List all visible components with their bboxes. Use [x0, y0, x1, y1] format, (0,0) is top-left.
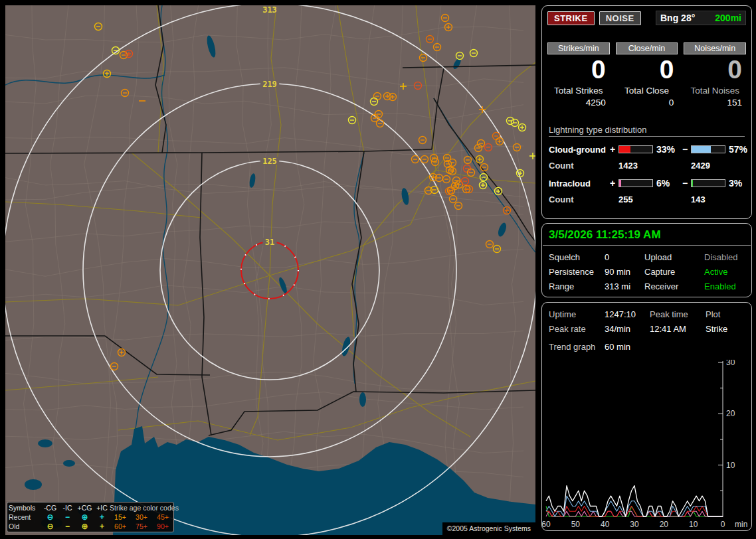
strikes-column: Strikes/min 0 Total Strikes 4250 — [547, 42, 610, 108]
capture-label: Capture — [644, 267, 704, 277]
peak-time-value: 12:41 AM — [650, 324, 706, 334]
age-60: 60+ — [110, 522, 131, 531]
strikes-per-min-value: 0 — [547, 56, 610, 84]
legend-col-cg-pos: +CG — [75, 504, 94, 512]
lightning-map[interactable]: 31321912531 Symbols -CG -IC +CG +IC Stri… — [5, 5, 535, 535]
x-tick-label: 40 — [601, 520, 610, 529]
cg-pos-percent: 33% — [653, 144, 682, 155]
cg-neg-recent-icon: ⊖ — [41, 513, 60, 522]
ic-pos-percent: 6% — [653, 178, 682, 189]
total-close-label: Total Close — [616, 86, 678, 96]
cg-neg-percent: 57% — [725, 144, 752, 155]
y-tick-label: 10 — [726, 461, 735, 470]
peak-rate-label: Peak rate — [549, 324, 605, 334]
receiver-label: Receiver — [644, 281, 704, 291]
strikes-per-min-button[interactable]: Strikes/min — [547, 42, 610, 54]
x-tick-label: 20 — [660, 520, 669, 529]
x-tick-label: 60 — [542, 520, 551, 529]
range-setting-value: 313 mi — [605, 281, 644, 291]
datetime-display: 3/5/2026 11:25:19 AM — [542, 224, 751, 245]
legend-col-ic-neg: -IC — [60, 504, 75, 512]
bearing-value: Bng 28° — [660, 13, 695, 23]
bearing-range-display[interactable]: Bng 28° 200mi — [656, 11, 746, 25]
cg-neg-count: 2429 — [691, 161, 755, 171]
ic-pos-count: 255 — [618, 194, 682, 204]
cg-neg-bar — [691, 145, 725, 153]
plot-value: Strike — [706, 324, 747, 334]
trend-series-CG- — [546, 496, 723, 516]
ring-label-31: 31 — [265, 238, 274, 247]
upload-label: Upload — [644, 252, 704, 262]
trend-panel: Uptime 1247:10 Peak time Plot Peak rate … — [541, 302, 752, 531]
trend-graph: 1020306050403020100min — [542, 360, 753, 531]
upload-status: Disabled — [704, 252, 748, 262]
range-readout: 200mi — [715, 13, 741, 23]
age-75: 75+ — [131, 522, 152, 531]
ring-label-125: 125 — [262, 157, 277, 166]
cg-plus-sign: + — [610, 144, 618, 155]
age-30: 30+ — [131, 513, 152, 522]
cg-pos-recent-icon: ⊕ — [75, 513, 94, 522]
cg-minus-sign: − — [682, 144, 691, 155]
ic-pos-old-icon: + — [94, 522, 110, 531]
squelch-label: Squelch — [549, 252, 605, 262]
ic-neg-percent: 3% — [725, 178, 752, 189]
cg-pos-old-icon: ⊕ — [75, 522, 94, 531]
ic-neg-bar — [691, 179, 725, 187]
x-tick-label: 0 — [721, 520, 725, 529]
ic-pos-recent-icon: + — [94, 513, 110, 522]
close-per-min-value: 0 — [616, 56, 678, 84]
persistence-label: Persistence — [549, 267, 605, 277]
legend-row-recent-label: Recent — [9, 513, 41, 522]
ring-label-313: 313 — [262, 5, 277, 15]
strike-counters-panel: STRIKE NOISE Bng 28° 200mi Strikes/min 0… — [541, 5, 752, 219]
age-15: 15+ — [110, 513, 131, 522]
total-strikes-value: 4250 — [547, 98, 610, 108]
range-setting-label: Range — [549, 281, 605, 291]
persistence-value: 90 min — [605, 267, 644, 277]
ic-count-label: Count — [549, 194, 610, 204]
total-strikes-label: Total Strikes — [547, 86, 610, 96]
intracloud-count-row: Count 255 143 — [542, 194, 751, 204]
ic-pos-bar — [618, 179, 653, 187]
intracloud-label: Intracloud — [549, 179, 610, 189]
x-tick-label: 10 — [689, 520, 698, 529]
noises-per-min-value: 0 — [684, 56, 746, 84]
map-canvas: 31321912531 — [5, 5, 535, 535]
distribution-title: Lightning type distribution — [549, 125, 745, 137]
legend-col-ic-pos: +IC — [94, 504, 110, 512]
ic-plus-sign: + — [610, 178, 618, 189]
cg-pos-bar — [618, 145, 653, 153]
trend-graph-value: 60 min — [605, 342, 650, 352]
uptime-label: Uptime — [549, 309, 605, 319]
age-45: 45+ — [152, 513, 173, 522]
total-noises-value: 151 — [684, 98, 746, 108]
cloud-ground-label: Cloud-ground — [549, 145, 610, 155]
x-tick-label: 30 — [630, 520, 639, 529]
strike-toggle-button[interactable]: STRIKE — [547, 11, 595, 25]
ic-minus-sign: − — [682, 178, 691, 189]
plot-label: Plot — [706, 309, 747, 319]
total-close-value: 0 — [616, 98, 678, 108]
map-symbol-legend: Symbols -CG -IC +CG +IC Strike age color… — [7, 502, 174, 532]
close-per-min-button[interactable]: Close/min — [616, 42, 678, 54]
squelch-value: 0 — [605, 252, 644, 262]
receiver-status: Enabled — [704, 281, 748, 291]
trend-series-IC+ — [546, 511, 723, 516]
noises-per-min-button[interactable]: Noises/min — [684, 42, 746, 54]
legend-row-old-label: Old — [9, 522, 41, 531]
total-noises-label: Total Noises — [684, 86, 746, 96]
status-panel: 3/5/2026 11:25:19 AM Squelch 0 Upload Di… — [541, 223, 752, 297]
ic-neg-recent-icon: − — [60, 513, 75, 522]
x-tick-label: 50 — [571, 520, 581, 529]
legend-age-header: Strike age color codes — [110, 504, 173, 512]
trend-graph-label: Trend graph — [549, 342, 605, 352]
cloud-ground-row: Cloud-ground + 33% − 57% — [542, 144, 751, 155]
x-axis-unit: min — [735, 520, 747, 529]
capture-status: Active — [704, 267, 748, 277]
side-panel: STRIKE NOISE Bng 28° 200mi Strikes/min 0… — [541, 0, 752, 539]
age-90: 90+ — [152, 522, 173, 531]
cg-pos-count: 1423 — [618, 161, 682, 171]
uptime-value: 1247:10 — [605, 309, 650, 319]
noise-toggle-button[interactable]: NOISE — [599, 11, 641, 25]
